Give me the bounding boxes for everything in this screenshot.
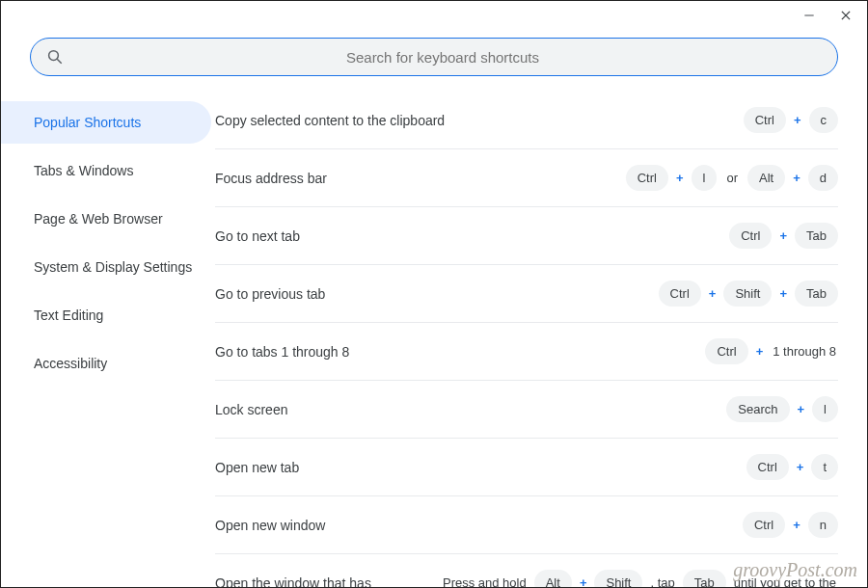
keycap: Tab xyxy=(795,223,838,249)
minimize-icon xyxy=(802,9,816,22)
minimize-button[interactable] xyxy=(800,6,819,25)
shortcut-row: Open the window that hasPress and holdAl… xyxy=(215,554,838,587)
keycap: Alt xyxy=(747,165,785,191)
shortcut-row: Lock screenSearch+l xyxy=(215,381,838,439)
shortcut-description: Go to tabs 1 through 8 xyxy=(215,344,705,360)
search-bar[interactable] xyxy=(30,38,838,76)
shortcut-description: Open the window that has xyxy=(215,575,441,588)
keycap: d xyxy=(808,165,838,191)
title-bar xyxy=(1,1,867,30)
keycap: Ctrl xyxy=(743,512,785,538)
close-button[interactable] xyxy=(836,6,855,25)
shortcut-combo: Ctrl+c xyxy=(744,107,838,133)
search-input[interactable] xyxy=(64,49,822,66)
plus-icon: + xyxy=(791,171,802,185)
keycap: Shift xyxy=(594,570,642,587)
shortcut-row: Go to next tabCtrl+Tab xyxy=(215,207,838,265)
keycap: Ctrl xyxy=(729,223,772,249)
shortcut-description: Go to previous tab xyxy=(215,286,659,302)
sidebar-item-popular-shortcuts[interactable]: Popular Shortcuts xyxy=(1,101,211,144)
shortcut-combo: Ctrl+n xyxy=(743,512,838,538)
keycap: Search xyxy=(726,396,789,422)
keycap: t xyxy=(811,454,838,480)
shortcut-row: Open new tabCtrl+t xyxy=(215,439,838,496)
keycap: c xyxy=(809,107,839,133)
shortcut-row: Open new windowCtrl+n xyxy=(215,496,838,554)
sidebar-item-page-web-browser[interactable]: Page & Web Browser xyxy=(1,198,211,240)
shortcut-combo: Ctrl+lorAlt+d xyxy=(626,165,838,191)
sidebar-item-text-editing[interactable]: Text Editing xyxy=(1,294,211,336)
sidebar: Popular ShortcutsTabs & WindowsPage & We… xyxy=(1,92,215,587)
plus-icon: + xyxy=(791,518,802,532)
sidebar-item-label: Accessibility xyxy=(34,356,107,371)
shortcut-list: Copy selected content to the clipboardCt… xyxy=(215,92,867,587)
shortcut-row: Focus address barCtrl+lorAlt+d xyxy=(215,149,838,207)
combo-text: until you get to the xyxy=(732,575,838,587)
sidebar-item-tabs-windows[interactable]: Tabs & Windows xyxy=(1,149,211,192)
keycap: Alt xyxy=(534,570,572,587)
svg-line-4 xyxy=(57,59,62,64)
keycap: Tab xyxy=(683,570,726,587)
shortcut-combo: Ctrl+Tab xyxy=(729,223,838,249)
content-area: Popular ShortcutsTabs & WindowsPage & We… xyxy=(1,92,867,587)
plus-icon: + xyxy=(795,460,806,474)
keycap: Shift xyxy=(723,281,772,307)
sidebar-item-label: System & Display Settings xyxy=(34,259,192,275)
keycap: Tab xyxy=(795,281,838,307)
shortcut-combo: Ctrl+1 through 8 xyxy=(705,338,838,364)
shortcut-description: Lock screen xyxy=(215,402,726,417)
combo-text: Press and hold xyxy=(441,575,529,587)
keycap: Ctrl xyxy=(705,338,747,364)
sidebar-item-accessibility[interactable]: Accessibility xyxy=(1,342,211,385)
keycap: Ctrl xyxy=(626,165,668,191)
sidebar-item-label: Popular Shortcuts xyxy=(34,115,141,130)
keycap: Ctrl xyxy=(659,281,701,307)
sidebar-item-label: Text Editing xyxy=(34,307,103,323)
keycap: l xyxy=(692,165,718,191)
shortcut-combo: Ctrl+t xyxy=(746,454,838,480)
connector-text: or xyxy=(722,171,742,185)
sidebar-item-system-display-settings[interactable]: System & Display Settings xyxy=(1,246,211,288)
plus-icon: + xyxy=(578,575,589,587)
shortcut-description: Go to next tab xyxy=(215,228,729,244)
sidebar-item-label: Page & Web Browser xyxy=(34,211,163,227)
plus-icon: + xyxy=(777,228,789,243)
keycap: l xyxy=(812,396,838,422)
close-icon xyxy=(839,9,853,22)
shortcut-combo: Press and holdAlt+Shift, tapTabuntil you… xyxy=(441,570,838,587)
shortcut-description: Focus address bar xyxy=(215,171,626,186)
combo-text: , tap xyxy=(648,575,676,587)
svg-point-3 xyxy=(49,51,59,61)
combo-text: 1 through 8 xyxy=(771,344,838,359)
plus-icon: + xyxy=(792,113,803,127)
keycap: Ctrl xyxy=(746,454,789,480)
shortcut-row: Go to previous tabCtrl+Shift+Tab xyxy=(215,265,838,323)
shortcut-row: Copy selected content to the clipboardCt… xyxy=(215,92,838,149)
shortcut-description: Open new window xyxy=(215,518,743,533)
shortcut-description: Copy selected content to the clipboard xyxy=(215,113,744,128)
shortcut-combo: Search+l xyxy=(726,396,838,422)
keycap: Ctrl xyxy=(744,107,786,133)
shortcut-row: Go to tabs 1 through 8Ctrl+1 through 8 xyxy=(215,323,838,381)
sidebar-item-label: Tabs & Windows xyxy=(34,163,133,178)
keycap: n xyxy=(808,512,838,538)
plus-icon: + xyxy=(754,344,766,359)
plus-icon: + xyxy=(674,171,686,185)
shortcut-combo: Ctrl+Shift+Tab xyxy=(659,281,838,307)
search-container xyxy=(1,30,867,92)
plus-icon: + xyxy=(707,286,719,301)
plus-icon: + xyxy=(777,286,789,301)
search-icon xyxy=(46,48,64,66)
plus-icon: + xyxy=(796,402,807,416)
shortcut-description: Open new tab xyxy=(215,460,746,475)
